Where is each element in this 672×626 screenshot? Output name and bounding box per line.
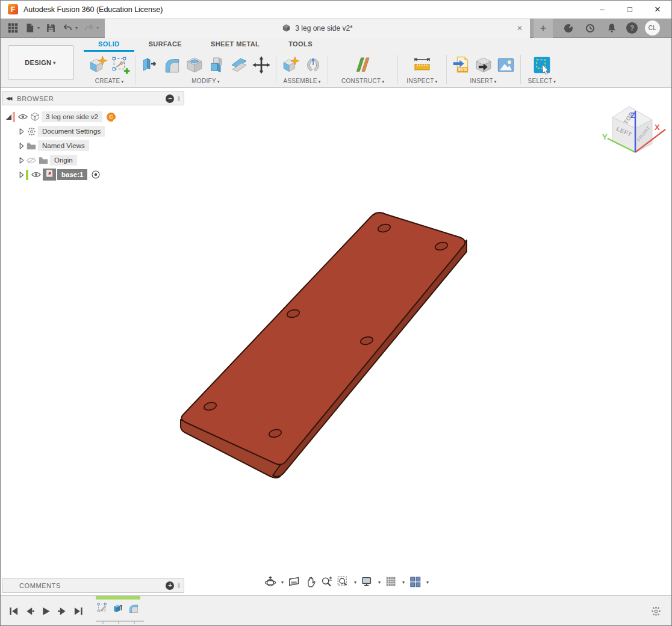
- file-menu-caret-icon[interactable]: ▾: [37, 25, 40, 31]
- minimize-button[interactable]: –: [588, 1, 616, 19]
- sync-status-badge[interactable]: C: [107, 113, 116, 122]
- browser-collapse-icon[interactable]: ◀◀: [6, 96, 11, 101]
- construct-plane-icon[interactable]: [353, 55, 373, 75]
- group-inspect-label[interactable]: INSPECT▾: [406, 78, 437, 87]
- go-to-end-icon[interactable]: [73, 606, 84, 617]
- orbit-caret-icon[interactable]: ▾: [281, 580, 284, 585]
- timeline-extrude-feature-icon[interactable]: [111, 601, 125, 615]
- named-views-label[interactable]: Named Views: [38, 140, 89, 151]
- close-button[interactable]: ✕: [644, 1, 671, 19]
- user-avatar[interactable]: CL: [645, 20, 660, 36]
- tree-row-base-component[interactable]: base:1: [2, 167, 184, 182]
- measure-icon[interactable]: [412, 55, 432, 75]
- tab-solid[interactable]: SOLID: [84, 38, 134, 52]
- document-settings-expand-icon[interactable]: [17, 128, 26, 135]
- document-tab[interactable]: 3 leg one side v2* ✕: [105, 19, 530, 38]
- tab-sheet-metal[interactable]: SHEET METAL: [196, 38, 274, 52]
- tree-row-document-settings[interactable]: Document Settings: [2, 124, 184, 138]
- tree-row-origin[interactable]: Origin: [2, 153, 184, 167]
- zoom-icon[interactable]: [320, 575, 334, 589]
- undo-caret-icon[interactable]: ▾: [75, 25, 78, 31]
- viewports-caret-icon[interactable]: ▾: [426, 580, 429, 585]
- job-status-clock-icon[interactable]: [583, 21, 597, 36]
- notifications-bell-icon[interactable]: [605, 21, 619, 36]
- timeline-marker-bar[interactable]: [96, 596, 140, 600]
- timeline-fillet-feature-icon[interactable]: [127, 601, 141, 615]
- combine-icon[interactable]: [207, 55, 226, 75]
- go-to-start-icon[interactable]: [8, 606, 19, 617]
- document-tab-close-icon[interactable]: ✕: [517, 24, 523, 33]
- group-insert-label[interactable]: INSERT▾: [470, 78, 497, 87]
- origin-label[interactable]: Origin: [50, 155, 77, 166]
- root-label[interactable]: 3 leg one side v2: [42, 111, 102, 122]
- undo-icon[interactable]: [60, 21, 75, 36]
- workspace-design-button[interactable]: DESIGN ▾: [8, 45, 74, 80]
- group-modify-label[interactable]: MODIFY▾: [191, 78, 220, 87]
- data-panel-grid-icon[interactable]: [5, 21, 20, 36]
- press-pull-icon[interactable]: [140, 55, 160, 75]
- timeline-ruler[interactable]: [96, 616, 144, 626]
- pan-hand-icon[interactable]: [304, 575, 317, 589]
- zoom-fit-icon[interactable]: [337, 575, 350, 589]
- orbit-icon[interactable]: [264, 575, 277, 589]
- save-icon[interactable]: [43, 21, 58, 36]
- viewports-icon[interactable]: [409, 575, 422, 589]
- group-select-label[interactable]: SELECT▾: [528, 78, 556, 87]
- maximize-button[interactable]: □: [616, 1, 644, 19]
- group-construct-label[interactable]: CONSTRUCT▾: [341, 78, 384, 87]
- new-tab-button[interactable]: +: [534, 19, 553, 38]
- model-base-plate[interactable]: [181, 212, 467, 478]
- offset-face-icon[interactable]: [229, 55, 249, 75]
- file-menu-icon[interactable]: [22, 21, 37, 36]
- fillet-icon[interactable]: [163, 55, 182, 75]
- insert-svg-icon[interactable]: SVG: [452, 55, 471, 75]
- grid-caret-icon[interactable]: ▾: [402, 580, 405, 585]
- tab-surface[interactable]: SURFACE: [134, 38, 196, 52]
- named-views-expand-icon[interactable]: [17, 143, 26, 149]
- browser-grip-handle[interactable]: ‖: [177, 95, 180, 102]
- display-settings-icon[interactable]: [361, 575, 374, 589]
- select-icon[interactable]: [532, 55, 552, 75]
- extensions-icon[interactable]: [561, 21, 576, 36]
- redo-caret-icon[interactable]: ▾: [96, 25, 99, 31]
- new-component-icon[interactable]: [281, 55, 300, 75]
- timeline-sketch-feature-icon[interactable]: [96, 601, 110, 615]
- tab-tools[interactable]: TOOLS: [274, 38, 327, 52]
- tree-row-root[interactable]: 3 leg one side v2 C: [2, 110, 184, 124]
- step-back-icon[interactable]: [24, 606, 35, 617]
- move-icon[interactable]: [252, 55, 271, 75]
- view-cube[interactable]: TOP LEFT FRONT Y X Z: [602, 107, 665, 152]
- display-caret-icon[interactable]: ▾: [378, 580, 381, 585]
- comments-grip-handle[interactable]: ‖: [177, 582, 180, 589]
- grid-icon[interactable]: [385, 575, 398, 589]
- help-icon[interactable]: ?: [626, 22, 638, 34]
- base-expand-icon[interactable]: [17, 172, 26, 178]
- group-assemble-label[interactable]: ASSEMBLE▾: [283, 78, 320, 87]
- browser-header[interactable]: ◀◀ BROWSER – ‖: [2, 91, 184, 105]
- add-comment-icon[interactable]: +: [166, 581, 174, 590]
- origin-expand-icon[interactable]: [17, 157, 26, 164]
- redo-icon[interactable]: [81, 21, 96, 36]
- document-settings-label[interactable]: Document Settings: [38, 126, 105, 137]
- comments-bar[interactable]: COMMENTS + ‖: [2, 578, 184, 593]
- group-create-label[interactable]: CREATE▾: [95, 78, 123, 87]
- base-component-label[interactable]: base:1: [57, 169, 87, 180]
- joint-icon[interactable]: [303, 55, 323, 75]
- new-body-icon[interactable]: [89, 55, 108, 75]
- shell-icon[interactable]: [185, 55, 204, 75]
- look-at-icon[interactable]: [288, 575, 301, 589]
- tree-row-named-views[interactable]: Named Views: [2, 138, 184, 153]
- origin-hidden-eye-icon[interactable]: [26, 156, 37, 164]
- base-visibility-eye-icon[interactable]: [31, 171, 42, 178]
- insert-mesh-icon[interactable]: [474, 55, 493, 75]
- viewport-canvas[interactable]: TOP LEFT FRONT Y X Z ◀◀ BROWSER – ‖: [1, 88, 671, 595]
- create-sketch-icon[interactable]: [111, 55, 130, 75]
- root-visibility-eye-icon[interactable]: [17, 113, 28, 120]
- root-expand-icon[interactable]: [4, 114, 13, 120]
- zoom-fit-caret-icon[interactable]: ▾: [354, 580, 356, 585]
- timeline-settings-gear-icon[interactable]: [650, 606, 662, 618]
- browser-minimize-icon[interactable]: –: [166, 95, 174, 103]
- canvas-icon[interactable]: [496, 55, 515, 75]
- step-forward-icon[interactable]: [57, 606, 67, 617]
- activate-component-radio-icon[interactable]: [90, 170, 101, 179]
